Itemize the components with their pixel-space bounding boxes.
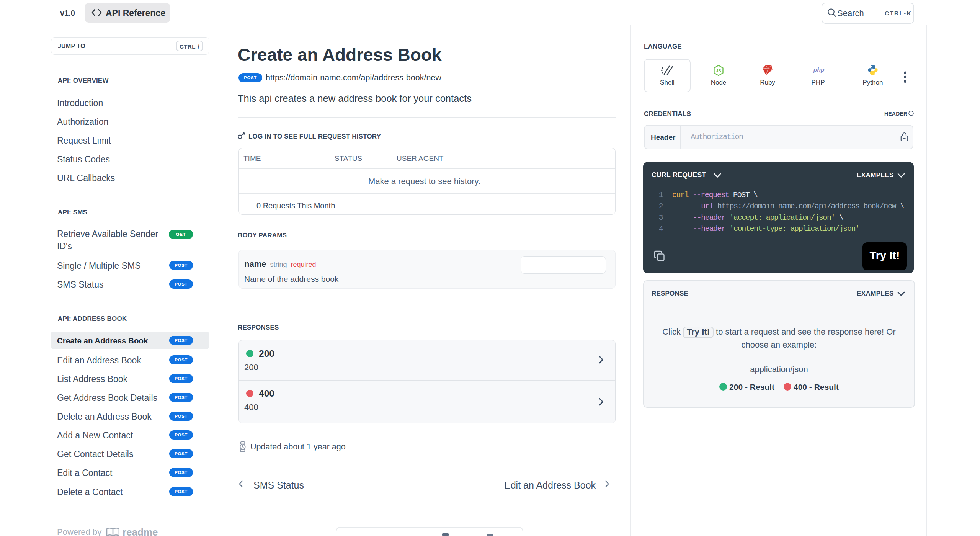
svg-text:JS: JS (716, 69, 721, 73)
